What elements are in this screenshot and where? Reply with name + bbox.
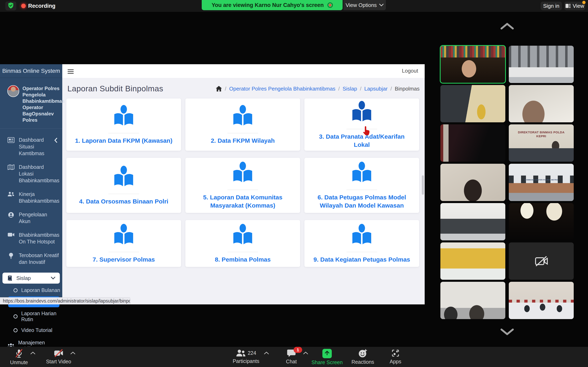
video-tile-trophy-office[interactable] — [440, 85, 505, 122]
card-data-petugas-polmas[interactable]: 6. Data Petugas Polmas Model Wilayah Dan… — [304, 158, 419, 213]
sidebar-item-dashboard-situasi[interactable]: Dashboard Situasi Kamtibmas — [0, 133, 62, 160]
video-tile-camera-off[interactable] — [509, 242, 574, 280]
card-supervisor-polmas[interactable]: 7. Supervisor Polmas — [66, 220, 181, 267]
shield-check-icon — [8, 2, 14, 10]
video-tile-command-center[interactable]: COMMAND CENTER POLRES METRO — [509, 164, 574, 201]
sidebar-item-terobosan[interactable]: Terobosan Kreatif dan Inovatif — [0, 249, 62, 269]
home-icon[interactable] — [216, 86, 222, 92]
breadcrumb-link[interactable]: Sislap — [343, 86, 357, 92]
view-layout-button[interactable]: View — [564, 2, 585, 10]
video-tile-dark-room[interactable] — [440, 124, 505, 162]
hand-cursor-icon — [362, 125, 371, 137]
breadcrumb-separator: / — [390, 86, 392, 92]
card-divider — [346, 190, 377, 190]
radio-circle-icon — [13, 314, 17, 318]
card-laporan-data-fkpm-kawasan[interactable]: 1. Laporan Data FKPM (Kawasan) — [66, 99, 181, 151]
share-screen-label: Share Screen — [311, 359, 343, 365]
breadcrumb-separator: / — [338, 86, 340, 92]
card-divider — [346, 252, 377, 252]
video-tile-hijab-woman[interactable] — [440, 164, 505, 201]
card-divider — [108, 194, 139, 194]
banner-record-icon — [328, 2, 333, 8]
card-label: 2. Data FKPM Wilayah — [203, 137, 283, 145]
video-tile-whiteboard-room[interactable] — [440, 282, 505, 319]
video-tile-u-table-room[interactable] — [440, 203, 505, 240]
book-reader-icon — [231, 223, 255, 248]
sidebar-item-sislap[interactable]: Sislap — [2, 273, 60, 284]
sidebar-item-dashboard-lokasi[interactable]: Dashboard Lokasi Bhabinkamtibmas — [0, 160, 62, 187]
sidebar-item-pengelolaan-akun[interactable]: Pengelolaan Akun — [0, 208, 62, 228]
recording-label: Recording — [28, 3, 56, 9]
map-icon — [7, 164, 15, 170]
card-data-kegiatan-petugas[interactable]: 9. Data Kegiatan Petugas Polmas — [304, 220, 419, 267]
room-sign-text: DIREKTORAT BINMAS POLDA KEPRI — [514, 130, 568, 138]
sidebar-subitem-laporan-harian[interactable]: Laporan Harian Rutin — [0, 308, 62, 325]
sidebar-item-kinerja[interactable]: Kinerja Bhabinkamtibmas — [0, 187, 62, 208]
zoom-meeting-screen: Recording You are viewing Karno Nur Cahy… — [0, 0, 588, 367]
breadcrumb-separator: / — [225, 86, 226, 92]
card-data-fkpm-wilayah[interactable]: 2. Data FKPM Wilayah — [185, 99, 300, 151]
user-circle-icon — [7, 212, 15, 218]
card-data-pranata-adat[interactable]: 3. Data Pranata Adat/Kearifan Lokal — [304, 99, 419, 151]
logout-link[interactable]: Logout — [402, 68, 418, 74]
scroll-videos-down-icon[interactable] — [500, 328, 515, 336]
video-tile-active-speaker[interactable] — [440, 46, 505, 83]
sidebar-item-label: Kinerja Bhabinkamtibmas — [19, 191, 60, 204]
participants-icon — [236, 349, 246, 357]
chevron-down-icon — [379, 4, 384, 7]
reactions-smiley-icon — [358, 349, 367, 358]
scroll-videos-up-icon[interactable] — [500, 22, 515, 30]
collapse-sidebar-icon[interactable] — [54, 138, 57, 144]
card-pembina-polmas[interactable]: 8. Pembina Polmas — [185, 220, 300, 267]
card-label: 9. Data Kegiatan Petugas Polmas — [305, 256, 418, 264]
video-tile-classroom[interactable] — [509, 282, 574, 319]
breadcrumb-link[interactable]: Lapsubjar — [364, 86, 388, 92]
breadcrumb: / Operator Polres Pengelola Bhabinkamtib… — [216, 86, 420, 92]
room-sign-text: COMMAND CENTER POLRES METRO — [514, 178, 568, 182]
book-reader-icon — [112, 223, 136, 248]
participants-count: 224 — [248, 350, 256, 356]
video-camera-icon — [7, 232, 15, 237]
sign-in-label: Sign in — [543, 3, 559, 9]
apps-button[interactable]: Apps — [384, 347, 407, 367]
chat-options-caret[interactable] — [303, 351, 308, 355]
sidebar-subitem-laporan-bulanan[interactable]: Laporan Bulanan — [0, 285, 62, 296]
sign-in-button[interactable]: Sign in — [541, 2, 562, 10]
video-tile-dark-windows[interactable] — [509, 203, 574, 240]
security-shield-button[interactable] — [5, 1, 16, 10]
start-video-button[interactable]: Start Video — [43, 347, 74, 367]
book-reader-icon — [350, 161, 374, 186]
breadcrumb-current: Binpolmas — [395, 86, 420, 92]
card-data-orsosmas[interactable]: 4. Data Orsosmas Binaan Polri — [66, 158, 181, 213]
users-icon — [7, 192, 15, 197]
mic-muted-icon — [15, 349, 23, 358]
participants-button[interactable]: 224 Participants — [230, 347, 262, 367]
book-reader-icon — [350, 223, 374, 248]
lightbulb-icon — [7, 253, 15, 259]
participants-options-caret[interactable] — [264, 351, 269, 355]
video-options-caret[interactable] — [70, 351, 76, 355]
video-tile-officer-closeup[interactable] — [509, 85, 574, 122]
video-tile-yellow-hall[interactable] — [440, 242, 505, 280]
sidebar-subitem-video-tutorial[interactable]: Video Tutorial — [0, 325, 62, 336]
view-options-button[interactable]: View Options — [343, 0, 386, 10]
reactions-button[interactable]: Reactions — [350, 347, 376, 367]
breadcrumb-separator: / — [360, 86, 361, 92]
zoom-bottom-toolbar: Unmute Start Video 224 Participants Chat… — [0, 347, 588, 367]
share-screen-button[interactable]: Share Screen — [311, 347, 343, 367]
video-tile-direktorat-binmas[interactable]: DIREKTORAT BINMAS POLDA KEPRI — [509, 124, 574, 162]
start-video-label: Start Video — [46, 359, 71, 365]
unmute-button[interactable]: Unmute — [8, 347, 30, 367]
unmute-options-caret[interactable] — [30, 351, 35, 355]
app-scrollbar[interactable] — [422, 175, 424, 195]
chat-button[interactable]: Chat 1 — [280, 347, 303, 367]
book-reader-icon — [112, 104, 136, 129]
reactions-label: Reactions — [351, 359, 374, 365]
hamburger-menu-icon[interactable] — [68, 68, 74, 74]
breadcrumb-link[interactable]: Operator Polres Pengelola Bhabinkamtibma… — [229, 86, 336, 92]
video-tile-meeting-room[interactable] — [509, 46, 574, 83]
card-laporan-kommas[interactable]: 5. Laporan Data Komunitas Masyarakat (Ko… — [185, 158, 300, 213]
sidebar-item-hotspot[interactable]: Bhabinkamtibmas On The Hotspot — [0, 228, 62, 249]
profile-name: Operator Polres Pengelola Bhabinkamtibma… — [22, 85, 65, 123]
gallery-view-icon — [565, 3, 571, 8]
